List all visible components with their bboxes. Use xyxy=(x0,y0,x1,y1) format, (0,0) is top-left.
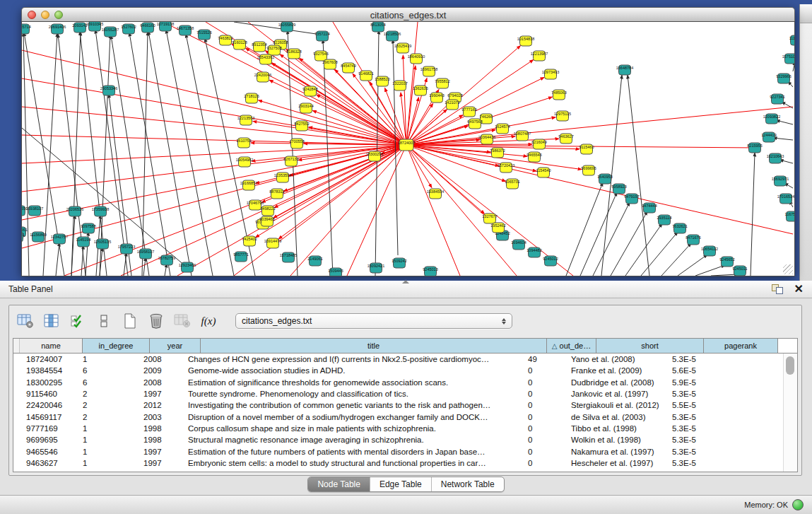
delete-table-icon[interactable] xyxy=(173,311,192,331)
table-row[interactable]: 1456911722003Disruption of a novel membe… xyxy=(13,411,783,422)
cell-out_de: 0 xyxy=(522,424,565,433)
cell-title: Changes of HCN gene expression and I(f) … xyxy=(182,355,522,363)
graph-node-label: 14671358 xyxy=(177,26,194,30)
graph-node-label: 7632621 xyxy=(672,224,687,228)
select-rows-icon[interactable] xyxy=(69,311,87,331)
table-row[interactable]: 977716911998Corpus callosum shape and si… xyxy=(13,423,783,434)
graph-node-label: 8813054 xyxy=(370,23,385,27)
cell-out_de: 0 xyxy=(522,366,565,375)
graph-node-label: 1610755 xyxy=(236,139,251,143)
cell-in_degree: 1 xyxy=(76,424,137,433)
graph-node-label: 17046798 xyxy=(247,201,264,205)
cell-title: Structural magnetic resonance image aver… xyxy=(182,436,522,444)
cell-title: Genome-wide association studies in ADHD. xyxy=(182,366,522,375)
column-header-pagerank[interactable]: pagerank xyxy=(704,339,778,353)
graph-node-label: 29053346 xyxy=(100,86,117,90)
cell-pagerank: 5.3E-5 xyxy=(666,424,734,433)
column-header-label: out_de… xyxy=(560,341,592,350)
table-row[interactable]: 1872400712008Changes of HCN gene express… xyxy=(13,354,783,365)
new-table-icon[interactable] xyxy=(121,311,139,331)
graph-node-label: 12213563 xyxy=(237,116,254,120)
graph-node-label: 16914479 xyxy=(264,239,281,243)
background-window-edge xyxy=(799,4,812,281)
network-canvas[interactable]: 1055714206914062093142169103451605528715… xyxy=(21,21,795,276)
graph-node-label: 2967608 xyxy=(322,60,337,64)
column-header-in_degree[interactable]: in_degree xyxy=(83,339,150,353)
cell-title: Estimation of significance thresholds fo… xyxy=(182,378,522,387)
function-builder-icon[interactable]: f(x) xyxy=(199,311,218,331)
cell-short: Hescheler et al. (1997) xyxy=(565,459,666,467)
graph-node-label: 12353594 xyxy=(274,173,291,177)
graph-node-label: 1145194 xyxy=(76,238,90,242)
graph-node-label: 1167533 xyxy=(784,212,794,216)
canvas-resize-grip[interactable] xyxy=(783,264,793,274)
graph-node-label: 9699695 xyxy=(581,166,596,170)
cell-year: 2008 xyxy=(137,378,182,387)
column-header-year[interactable]: year xyxy=(150,339,201,353)
table-select-dropdown[interactable]: citations_edges.txt xyxy=(235,313,512,329)
graph-node-label: 15092421 xyxy=(367,264,384,268)
table-row[interactable]: 946362711997Embryonic stem cells: a mode… xyxy=(13,457,783,469)
graph-node-label: 8215955 xyxy=(747,144,762,148)
cell-year: 1997 xyxy=(137,459,182,467)
float-panel-icon[interactable] xyxy=(772,284,783,294)
cell-in_degree: 6 xyxy=(76,366,137,375)
graph-node-label: 7986372 xyxy=(490,148,505,153)
graph-node-label: 1509445 xyxy=(328,269,343,273)
tab-edge-table[interactable]: Edge Table xyxy=(370,477,431,491)
graph-node-label: 10807487 xyxy=(514,132,531,136)
delete-rows-icon[interactable] xyxy=(147,311,165,331)
graph-node-label: 18640910 xyxy=(408,54,425,59)
window-titlebar[interactable]: citations_edges.txt xyxy=(21,7,795,23)
vertical-scrollbar[interactable] xyxy=(783,354,797,472)
table-row[interactable]: 946554611997Estimation of the future num… xyxy=(13,445,783,457)
show-column-icon[interactable] xyxy=(42,311,61,331)
table-header-row: namein_degreeyeartitle△out_de…shortpager… xyxy=(13,339,797,354)
panel-splitter-handle[interactable] xyxy=(402,280,409,284)
table-settings-icon[interactable] xyxy=(16,311,35,331)
graph-node-label: 9115460 xyxy=(579,145,594,149)
cell-name: 14569117 xyxy=(20,413,76,421)
cell-year: 1997 xyxy=(137,390,182,398)
cell-title: Disruption of a novel member of a sodium… xyxy=(182,413,522,421)
cell-name: 18724007 xyxy=(20,355,76,363)
row-height-icon[interactable] xyxy=(95,311,113,331)
tab-node-table[interactable]: Node Table xyxy=(308,477,370,491)
graph-node-label: 746266 xyxy=(480,115,493,119)
table-row[interactable]: 911546021997Tourette syndrome. Phenomeno… xyxy=(13,388,783,399)
graph-node-label: 16648784 xyxy=(616,66,633,70)
cell-in_degree: 1 xyxy=(76,355,137,363)
column-header-name[interactable]: name xyxy=(20,339,83,353)
graph-node-label: 1527602 xyxy=(121,25,136,29)
graph-node-label: 2935114 xyxy=(657,216,671,220)
graph-node-label: 1509242 xyxy=(392,259,406,263)
column-header-out_de[interactable]: △out_de… xyxy=(547,339,596,353)
table-panel: Table Panel ✕ xyxy=(0,281,812,514)
graph-node-label: 1322037 xyxy=(392,81,407,86)
tab-network-table[interactable]: Network Table xyxy=(431,477,504,491)
cell-out_de: 0 xyxy=(522,413,565,421)
scrollbar-thumb[interactable] xyxy=(786,356,794,375)
row-gutter-header xyxy=(13,339,20,353)
graph-node-label: 1588520 xyxy=(375,77,389,81)
table-row[interactable]: 969969511998Structural magnetic resonanc… xyxy=(13,434,783,445)
graph-node-label: 2718126 xyxy=(244,94,259,98)
column-header-short[interactable]: short xyxy=(596,339,704,353)
cell-pagerank: 5.9E-5 xyxy=(666,378,734,387)
table-row[interactable]: 2242004622012Investigating the contribut… xyxy=(13,399,783,411)
graph-node-label: 19166857 xyxy=(240,181,257,185)
column-header-title[interactable]: title xyxy=(201,339,547,353)
graph-node-label: 1094482 xyxy=(526,248,541,252)
graph-node-label: 16958107 xyxy=(137,250,154,254)
graph-node-label: 9245013 xyxy=(423,267,437,271)
table-row[interactable]: 1938455462009Genome-wide association stu… xyxy=(13,365,783,376)
table-row[interactable]: 1830029562008Estimation of significance … xyxy=(13,377,783,388)
graph-node-label: 18300295 xyxy=(366,152,383,156)
graph-node-label: 12342757 xyxy=(51,235,68,239)
close-panel-icon[interactable]: ✕ xyxy=(794,284,804,294)
graph-node-label: 7485063 xyxy=(551,90,566,95)
graph-node-label: 7955812 xyxy=(435,79,449,83)
graph-node-label: 11156869 xyxy=(30,233,47,237)
graph-node-label: 8454749 xyxy=(341,64,355,68)
table-panel-title: Table Panel xyxy=(8,284,53,294)
